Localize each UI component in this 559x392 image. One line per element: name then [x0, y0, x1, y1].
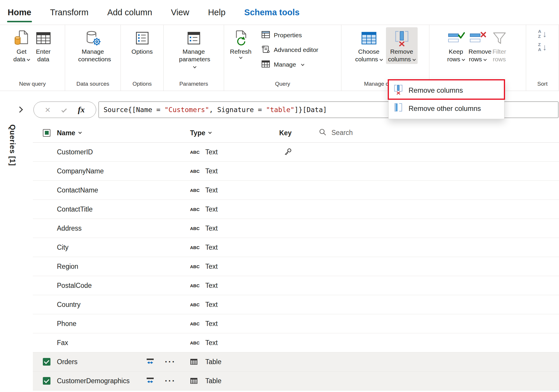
table-type-icon [190, 358, 198, 366]
field-name: Phone [57, 320, 77, 328]
enter-data-label: Enter data [36, 48, 50, 62]
ribbon-group-sort: AZ ↓ ZA ↓ Sort [526, 25, 559, 91]
table-row[interactable]: Country ABC Text [33, 295, 559, 314]
group-label-query: Query [224, 77, 341, 91]
filter-rows-button[interactable]: Filter rows [489, 27, 510, 64]
table-row[interactable]: ContactTitle ABC Text [33, 200, 559, 219]
text-type-icon: ABC [190, 245, 200, 250]
refresh-icon [232, 28, 249, 48]
manage-parameters-button[interactable]: Manage parameters [178, 27, 210, 72]
group-label-sort: Sort [526, 77, 559, 91]
formula-toolbar: × fx [33, 102, 96, 118]
table-type-icon [190, 377, 198, 385]
advanced-editor-button[interactable]: Advanced editor [258, 43, 321, 57]
field-name: CustomerDemographics [57, 377, 130, 385]
remove-other-columns-icon [393, 102, 403, 115]
expand-table-icon[interactable] [146, 376, 155, 385]
field-type: Text [205, 148, 218, 156]
table-row[interactable]: Orders ··· Table [33, 352, 559, 371]
table-row[interactable]: ContactName ABC Text [33, 181, 559, 200]
sort-ascending-button[interactable]: AZ ↓ [538, 29, 547, 39]
field-name: Orders [57, 358, 77, 366]
database-gear-icon [84, 28, 101, 48]
down-arrow-icon: ↓ [542, 30, 547, 38]
menu-item-remove-columns[interactable]: Remove columns [389, 81, 504, 99]
field-name: Fax [57, 339, 68, 347]
remove-columns-dropdown: Remove columns Remove other columns [388, 80, 504, 119]
chevron-down-icon [380, 58, 383, 61]
enter-data-icon [35, 28, 52, 48]
cancel-formula-button[interactable]: × [45, 105, 50, 114]
field-type: Text [205, 167, 218, 175]
remove-columns-icon [393, 28, 410, 48]
row-checkbox[interactable] [43, 377, 50, 385]
column-header-name[interactable]: Name [57, 129, 81, 137]
table-row[interactable]: PostalCode ABC Text [33, 276, 559, 295]
properties-button[interactable]: Properties [258, 28, 321, 42]
manage-connections-button[interactable]: Manage connections [77, 27, 109, 64]
chevron-down-icon [193, 65, 196, 68]
formula-text: , Signature = [209, 106, 266, 114]
column-header-type[interactable]: Type [190, 129, 211, 137]
chevron-down-icon [462, 58, 465, 61]
tab-schema-tools[interactable]: Schema tools [244, 8, 300, 17]
table-row[interactable]: Fax ABC Text [33, 333, 559, 352]
table-row[interactable]: CustomerID ABC Text [33, 143, 559, 162]
expand-table-icon[interactable] [146, 357, 155, 366]
table-row[interactable]: Region ABC Text [33, 257, 559, 276]
get-data-button[interactable]: Get data [11, 27, 32, 64]
search-input[interactable]: Search [319, 128, 353, 138]
table-row[interactable]: Phone ABC Text [33, 314, 559, 333]
options-button[interactable]: Options [130, 27, 154, 57]
remove-rows-icon [469, 28, 487, 48]
enter-data-button[interactable]: Enter data [33, 27, 54, 64]
formula-string: "Customers" [165, 106, 209, 114]
table-row[interactable]: City ABC Text [33, 238, 559, 257]
more-options-icon[interactable]: ··· [165, 357, 176, 366]
tab-view[interactable]: View [171, 8, 189, 17]
key-icon [283, 148, 292, 156]
sort-descending-button[interactable]: ZA ↓ [538, 42, 547, 52]
menu-item-label: Remove columns [409, 86, 463, 94]
field-name: CustomerID [57, 148, 93, 156]
field-type: Text [205, 263, 218, 271]
table-row[interactable]: CompanyName ABC Text [33, 162, 559, 181]
table-header-row: Name Type Key Search [33, 123, 559, 143]
table-row[interactable]: CustomerDemographics ··· Table [33, 371, 559, 391]
field-name: ContactName [57, 186, 98, 194]
choose-columns-button[interactable]: Choose columns [353, 27, 385, 64]
options-list-icon [134, 28, 150, 48]
field-name: CompanyName [57, 167, 104, 175]
field-type: Table [205, 377, 221, 385]
tab-add-column[interactable]: Add column [107, 8, 152, 17]
expand-queries-pane-button[interactable] [15, 104, 27, 116]
menu-item-remove-other-columns[interactable]: Remove other columns [389, 99, 504, 118]
select-all-checkbox[interactable] [43, 129, 50, 137]
properties-label: Properties [274, 32, 302, 39]
chevron-down-icon [27, 58, 30, 61]
properties-icon [261, 30, 270, 41]
field-name: Address [57, 224, 82, 232]
table-row[interactable]: Address ABC Text [33, 219, 559, 238]
keep-rows-button[interactable]: Keep rows [446, 27, 466, 64]
refresh-button[interactable]: Refresh [229, 27, 253, 60]
field-name: City [57, 244, 69, 251]
remove-columns-button[interactable]: Remove columns [386, 27, 418, 64]
row-checkbox[interactable] [43, 358, 50, 366]
manage-connections-label: Manage connections [78, 48, 111, 62]
tab-transform[interactable]: Transform [50, 8, 89, 17]
commit-formula-button[interactable] [61, 107, 67, 112]
formula-string: "table" [266, 106, 294, 114]
fx-icon[interactable]: fx [78, 105, 84, 114]
keep-rows-icon [447, 28, 465, 48]
tab-home[interactable]: Home [8, 8, 31, 17]
text-type-icon: ABC [190, 207, 200, 212]
formula-text: ]}[Data] [294, 106, 327, 114]
column-header-key: Key [279, 129, 292, 137]
chevron-right-icon [17, 107, 23, 113]
remove-rows-button[interactable]: Remove rows [467, 27, 488, 64]
more-options-icon[interactable]: ··· [165, 376, 176, 386]
manage-button[interactable]: Manage [258, 58, 321, 71]
tab-help[interactable]: Help [208, 8, 226, 17]
field-type: Table [205, 358, 221, 366]
